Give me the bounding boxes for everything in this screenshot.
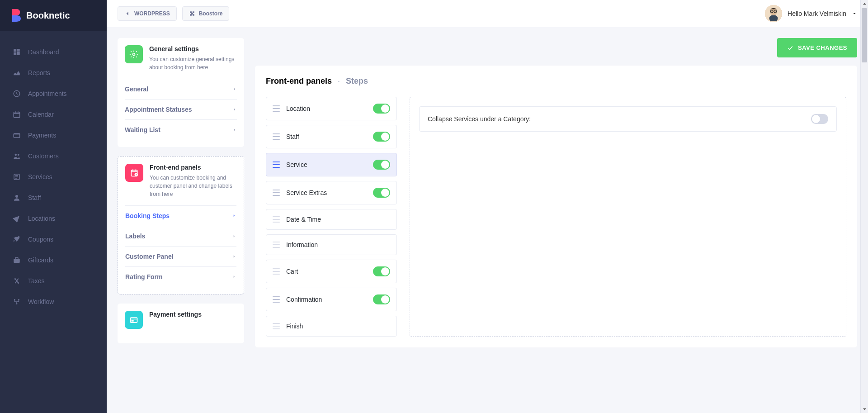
svg-rect-21 xyxy=(131,318,137,323)
step-toggle[interactable] xyxy=(373,266,390,276)
svg-point-18 xyxy=(133,53,135,56)
user-greeting: Hello Mark Velmiskin xyxy=(788,10,846,17)
settings-column: General settingsYou can customize genera… xyxy=(118,38,244,402)
drag-icon[interactable] xyxy=(273,323,280,329)
drag-icon[interactable] xyxy=(273,190,280,196)
step-item[interactable]: Staff xyxy=(266,125,397,148)
nav-label: Services xyxy=(28,173,52,180)
drag-icon[interactable] xyxy=(273,133,280,140)
card-link[interactable]: Rating Form xyxy=(125,266,236,287)
settings-card: Payment settings xyxy=(118,304,244,343)
save-label: SAVE CHANGES xyxy=(798,44,847,51)
nav-icon xyxy=(13,235,21,243)
panel-body: LocationStaffServiceService ExtrasDate &… xyxy=(266,97,846,337)
card-icon xyxy=(125,311,143,329)
step-toggle[interactable] xyxy=(373,104,390,114)
card-header: Payment settings xyxy=(125,311,237,336)
card-link[interactable]: Appointment Statuses xyxy=(125,99,237,119)
drag-icon[interactable] xyxy=(273,242,280,248)
step-toggle[interactable] xyxy=(373,294,390,304)
step-item[interactable]: Cart xyxy=(266,260,397,283)
card-desc: You can customize booking and customer p… xyxy=(150,174,236,198)
step-toggle[interactable] xyxy=(373,188,390,198)
drag-icon[interactable] xyxy=(273,216,280,223)
drag-icon[interactable] xyxy=(273,105,280,112)
svg-rect-2 xyxy=(14,133,20,138)
sidebar-item-taxes[interactable]: Taxes xyxy=(0,271,107,291)
card-icon xyxy=(125,164,143,182)
wordpress-button[interactable]: WORDPRESS xyxy=(118,6,177,21)
sidebar-item-dashboard[interactable]: Dashboard xyxy=(0,42,107,62)
card-desc: You can customize general settings about… xyxy=(149,55,237,71)
card-link-label: Rating Form xyxy=(125,273,162,280)
settings-card: General settingsYou can customize genera… xyxy=(118,38,244,147)
card-link-label: Appointment Statuses xyxy=(125,106,192,113)
nav-label: Giftcards xyxy=(28,256,53,264)
sidebar-item-customers[interactable]: Customers xyxy=(0,146,107,166)
svg-point-11 xyxy=(18,299,19,300)
scroll-down-icon[interactable] xyxy=(861,405,868,413)
breadcrumb-sep: · xyxy=(338,76,340,85)
nav-icon xyxy=(13,194,21,202)
scroll-up-icon[interactable] xyxy=(861,0,868,8)
nav-label: Reports xyxy=(28,69,50,76)
sidebar-item-coupons[interactable]: Coupons xyxy=(0,229,107,250)
step-toggle[interactable] xyxy=(373,160,390,170)
svg-point-10 xyxy=(14,299,15,300)
sidebar-item-reports[interactable]: Reports xyxy=(0,62,107,83)
step-toggle[interactable] xyxy=(373,132,390,142)
step-item[interactable]: Information xyxy=(266,234,397,255)
step-label: Information xyxy=(286,241,390,248)
nav-label: Coupons xyxy=(28,236,53,243)
step-item[interactable]: Service Extras xyxy=(266,181,397,204)
svg-rect-1 xyxy=(14,112,20,118)
chevron-right-icon xyxy=(232,107,237,112)
option-label: Collapse Services under a Category: xyxy=(428,115,531,123)
step-item[interactable]: Service xyxy=(266,153,397,176)
sidebar-item-calendar[interactable]: Calendar xyxy=(0,104,107,125)
sidebar-item-services[interactable]: Services xyxy=(0,166,107,187)
sidebar-item-giftcards[interactable]: Giftcards xyxy=(0,250,107,271)
collapse-toggle[interactable] xyxy=(811,114,828,124)
nav-icon xyxy=(13,110,21,119)
nav-label: Dashboard xyxy=(28,48,59,56)
save-row: SAVE CHANGES xyxy=(255,38,857,57)
step-item[interactable]: Location xyxy=(266,97,397,120)
svg-rect-15 xyxy=(769,15,778,21)
avatar xyxy=(765,5,782,22)
drag-icon[interactable] xyxy=(273,268,280,275)
svg-point-14 xyxy=(770,9,777,15)
card-link[interactable]: Labels xyxy=(125,226,236,246)
main: WORDPRESS Boostore Hello Mark Velmiskin … xyxy=(107,0,868,413)
drag-icon[interactable] xyxy=(273,161,280,168)
step-item[interactable]: Finish xyxy=(266,316,397,337)
nav-icon xyxy=(13,298,21,306)
step-detail: Collapse Services under a Category: xyxy=(410,97,846,337)
drag-icon[interactable] xyxy=(273,296,280,303)
sidebar-item-appointments[interactable]: Appointments xyxy=(0,83,107,104)
scrollbar[interactable] xyxy=(860,0,868,413)
right-column: SAVE CHANGES Front-end panels · Steps Lo… xyxy=(255,38,857,402)
card-link[interactable]: Booking Steps xyxy=(125,205,236,226)
step-label: Date & Time xyxy=(286,216,390,223)
step-item[interactable]: Confirmation xyxy=(266,288,397,311)
sidebar-item-staff[interactable]: Staff xyxy=(0,187,107,208)
scroll-thumb[interactable] xyxy=(862,8,867,62)
user-menu[interactable]: Hello Mark Velmiskin xyxy=(765,5,857,22)
card-link[interactable]: Waiting List xyxy=(125,119,237,140)
card-header: Front-end panelsYou can customize bookin… xyxy=(125,164,236,205)
sidebar-item-locations[interactable]: Locations xyxy=(0,208,107,229)
sidebar-item-payments[interactable]: Payments xyxy=(0,125,107,146)
sidebar-item-workflow[interactable]: Workflow xyxy=(0,291,107,312)
nav-label: Payments xyxy=(28,132,56,139)
nav-icon xyxy=(13,90,21,98)
nav-icon xyxy=(13,69,21,77)
card-title: Payment settings xyxy=(149,311,202,318)
panel: Front-end panels · Steps LocationStaffSe… xyxy=(255,66,857,347)
card-link-label: Customer Panel xyxy=(125,253,174,260)
card-link[interactable]: General xyxy=(125,79,237,99)
boostore-button[interactable]: Boostore xyxy=(182,6,230,21)
card-link[interactable]: Customer Panel xyxy=(125,246,236,266)
step-item[interactable]: Date & Time xyxy=(266,209,397,230)
save-button[interactable]: SAVE CHANGES xyxy=(777,38,857,57)
